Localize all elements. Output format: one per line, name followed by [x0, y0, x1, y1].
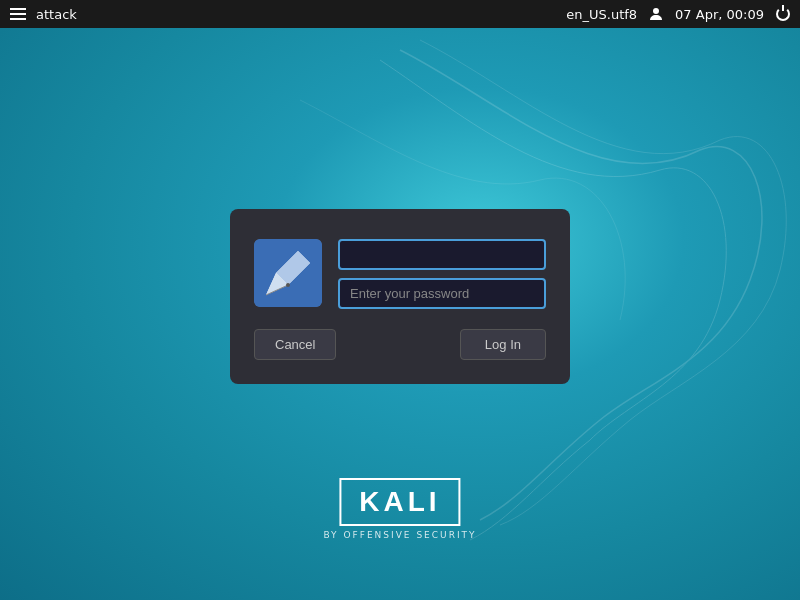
svg-point-0: [653, 8, 659, 14]
locale-label: en_US.utf8: [566, 7, 637, 22]
svg-point-6: [286, 283, 290, 287]
login-button[interactable]: Log In: [460, 329, 546, 360]
password-input[interactable]: [338, 278, 546, 309]
datetime-label: 07 Apr, 00:09: [675, 7, 764, 22]
user-avatar: [254, 239, 322, 307]
menu-icon[interactable]: [10, 8, 26, 20]
dialog-top: [254, 239, 546, 309]
topbar: attack en_US.utf8 07 Apr, 00:09: [0, 0, 800, 28]
cancel-button[interactable]: Cancel: [254, 329, 336, 360]
kali-wordmark: KALI: [339, 478, 460, 526]
avatar-icon: [254, 239, 322, 307]
kali-logo: KALI BY OFFENSIVE SECURITY: [323, 478, 476, 540]
topbar-right: en_US.utf8 07 Apr, 00:09: [566, 7, 790, 22]
dialog-buttons: Cancel Log In: [254, 329, 546, 360]
dialog-fields: [338, 239, 546, 309]
username-input[interactable]: [338, 239, 546, 270]
hostname-label: attack: [36, 7, 77, 22]
topbar-left: attack: [10, 7, 77, 22]
login-dialog: Cancel Log In: [230, 209, 570, 384]
power-icon[interactable]: [776, 7, 790, 21]
kali-subtitle: BY OFFENSIVE SECURITY: [323, 530, 476, 540]
user-icon: [649, 7, 663, 21]
